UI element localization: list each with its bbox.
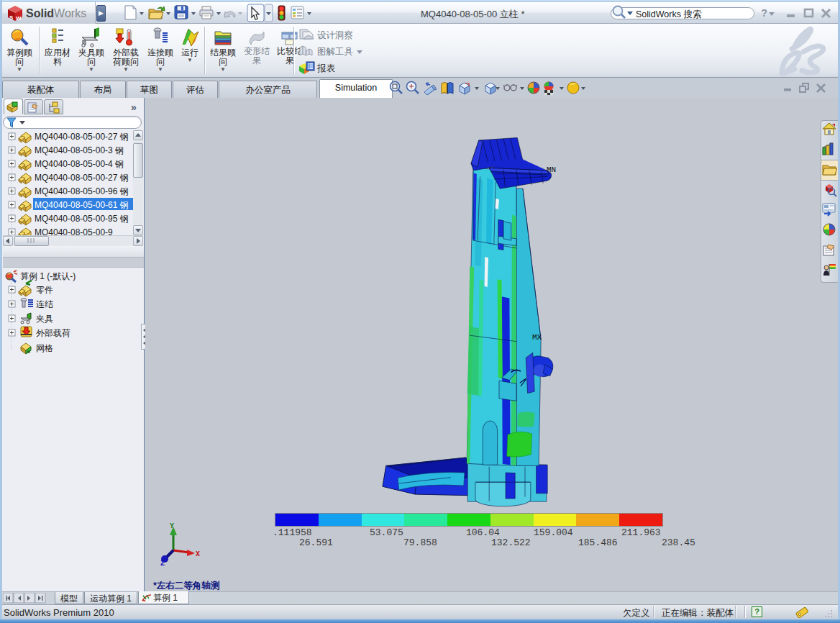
svg-text:MQ4040-08-05-00-4 钢: MQ4040-08-05-00-4 钢 [35,159,124,169]
svg-text:MQ4040-08-05-00-27 钢: MQ4040-08-05-00-27 钢 [35,132,129,142]
svg-text:外部载荷: 外部载荷 [36,328,70,338]
svg-text:W: W [16,15,22,22]
svg-text:MQ4040-08-05-00-3 钢: MQ4040-08-05-00-3 钢 [35,145,124,155]
svg-text:MQ4040-08-05-00-61 钢: MQ4040-08-05-00-61 钢 [35,200,129,210]
svg-text:零件: 零件 [36,285,53,295]
svg-text:算例 1 (-默认-): 算例 1 (-默认-) [20,271,76,281]
svg-text:X: X [196,550,200,558]
svg-text:MQ4040-08-05-00-9: MQ4040-08-05-00-9 [35,227,113,235]
svg-text:网格: 网格 [36,343,53,353]
svg-text:MQ4040-08-05-00-95 钢: MQ4040-08-05-00-95 钢 [35,214,129,224]
svg-text:SolidWorks: SolidWorks [26,7,86,19]
svg-text:MQ4040-08-05-00-27 钢: MQ4040-08-05-00-27 钢 [35,173,129,183]
svg-text:Y: Y [170,522,174,530]
svg-text:Z: Z [160,560,165,565]
svg-text:连结: 连结 [36,299,53,309]
svg-text:夹具: 夹具 [36,314,53,324]
svg-text:MQ4040-08-05-00-96 钢: MQ4040-08-05-00-96 钢 [35,186,129,196]
svg-text:S: S [9,14,14,21]
